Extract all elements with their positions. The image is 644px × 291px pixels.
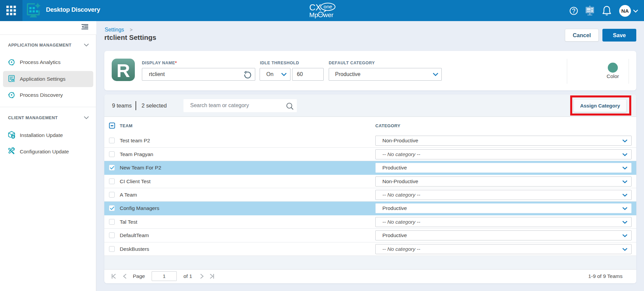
svg-text:Mp: Mp bbox=[309, 11, 318, 18]
svg-text:CX: CX bbox=[309, 3, 321, 12]
svg-text:wer: wer bbox=[323, 11, 334, 18]
svg-text:one: one bbox=[324, 4, 332, 9]
